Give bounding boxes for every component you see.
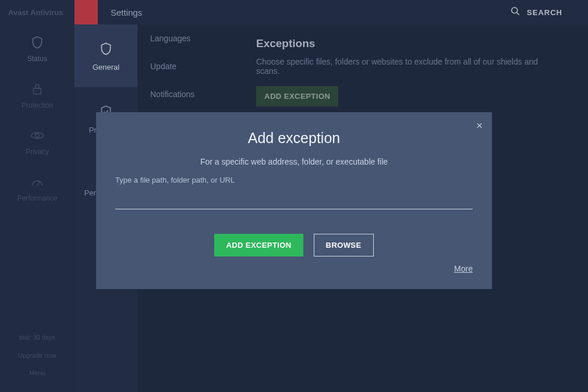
content-subtext: Choose specific files, folders or websit… (256, 57, 560, 76)
modal-title: Add exception (115, 130, 473, 147)
shield-icon (98, 41, 114, 57)
eye-icon (30, 128, 45, 143)
submenu-item-notifications[interactable]: Notifications (137, 80, 254, 108)
submenu-item-update[interactable]: Update (137, 52, 254, 80)
modal-close-button[interactable]: × (476, 119, 483, 132)
search-button[interactable]: SEARCH (509, 0, 562, 24)
brand-label: Avast Antivirus (0, 0, 75, 24)
nav-item-label: Privacy (26, 148, 48, 156)
path-input-label: Type a file path, folder path, or URL (115, 176, 473, 184)
svg-rect-1 (34, 88, 41, 94)
trial-label: trial: 30 days (0, 329, 75, 347)
page-title: Settings (111, 8, 142, 17)
modal-add-exception-button[interactable]: ADD EXCEPTION (214, 234, 303, 256)
gauge-icon (30, 174, 45, 190)
nav-footer: trial: 30 days Upgrade now Menu (0, 329, 75, 382)
nav-item-label: Protection (22, 101, 53, 109)
category-label: General (93, 63, 119, 72)
primary-nav: Status Protection Privacy Performance tr… (0, 24, 75, 392)
nav-item-status[interactable]: Status (0, 24, 75, 71)
close-settings-button[interactable] (75, 0, 98, 24)
modal-description: For a specific web address, folder, or e… (115, 157, 473, 166)
search-icon (509, 5, 521, 19)
add-exception-button[interactable]: ADD EXCEPTION (256, 86, 338, 106)
nav-item-privacy[interactable]: Privacy (0, 117, 75, 164)
content-heading: Exceptions (256, 37, 560, 50)
exception-path-input[interactable] (115, 188, 473, 209)
nav-item-performance[interactable]: Performance (0, 164, 75, 211)
modal-buttons: ADD EXCEPTION BROWSE (115, 234, 473, 256)
shield-icon (30, 35, 45, 50)
topbar: Avast Antivirus Settings SEARCH (0, 0, 588, 24)
svg-point-0 (512, 8, 518, 13)
submenu-item-languages[interactable]: Languages (137, 24, 254, 52)
modal-browse-button[interactable]: BROWSE (314, 234, 374, 256)
nav-item-protection[interactable]: Protection (0, 71, 75, 117)
svg-point-2 (36, 134, 40, 138)
nav-item-label: Status (27, 55, 47, 63)
close-icon: × (476, 119, 483, 131)
add-exception-modal: × Add exception For a specific web addre… (96, 112, 492, 289)
modal-more-row: More (115, 263, 473, 274)
lock-icon (30, 81, 45, 97)
upgrade-link[interactable]: Upgrade now (0, 347, 75, 365)
menu-button[interactable]: Menu (0, 365, 75, 382)
search-label: SEARCH (527, 8, 562, 17)
modal-more-link[interactable]: More (454, 264, 473, 273)
app-root: Avast Antivirus Settings SEARCH Status P… (0, 0, 588, 392)
nav-item-label: Performance (17, 194, 58, 202)
category-general[interactable]: General (75, 24, 137, 87)
